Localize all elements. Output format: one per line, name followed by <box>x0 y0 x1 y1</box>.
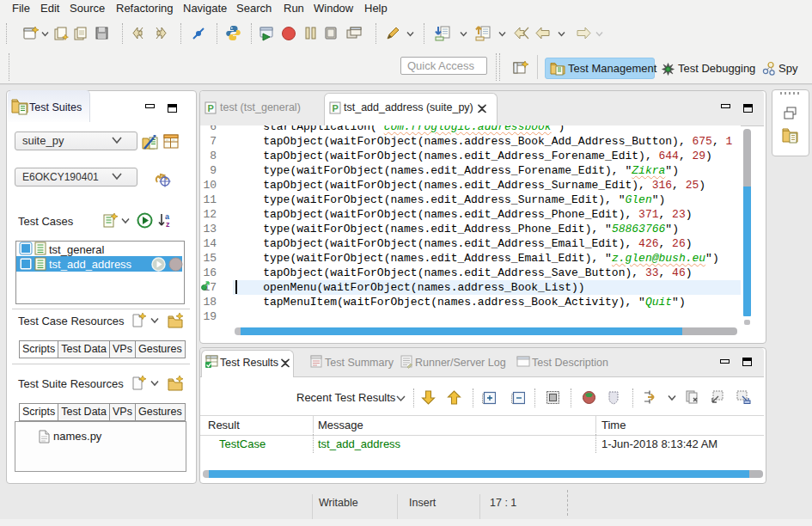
svg-text:P: P <box>332 103 338 113</box>
svg-text:P: P <box>207 103 213 113</box>
svg-text:z: z <box>166 220 170 229</box>
